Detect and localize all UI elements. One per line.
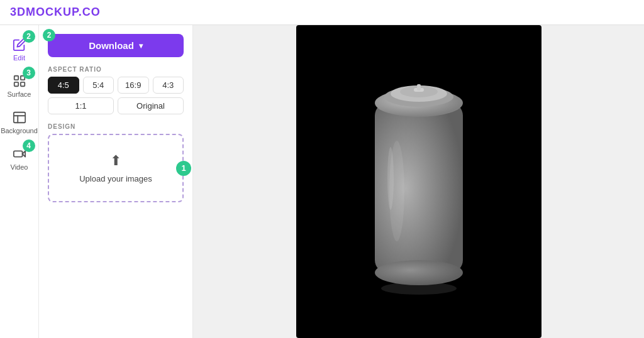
svg-point-19 — [387, 147, 394, 210]
sidebar-surface-label: Surface — [8, 90, 31, 98]
icon-sidebar: Edit 2 Surface 3 Background — [0, 25, 39, 338]
download-button[interactable]: Download ▾ — [48, 34, 184, 57]
design-label: DESIGN — [48, 123, 184, 130]
svg-rect-2 — [14, 82, 18, 86]
ratio-btn-1-1[interactable]: 1:1 — [48, 97, 114, 114]
sidebar-video-label: Video — [11, 163, 28, 171]
main-content: Edit 2 Surface 3 Background — [0, 25, 644, 338]
sidebar-item-surface[interactable]: Surface 3 — [0, 68, 39, 104]
sidebar-item-video[interactable]: Video 4 — [0, 141, 39, 177]
header: 3DMOCKUP.CO — [0, 0, 644, 25]
svg-rect-16 — [417, 84, 421, 90]
aspect-ratio-label: ASPECT RATIO — [48, 66, 184, 73]
badge-1: 1 — [176, 161, 191, 176]
upload-label: Upload your images — [79, 174, 152, 183]
sidebar-edit-label: Edit — [13, 54, 25, 62]
can-svg — [356, 65, 482, 298]
chevron-down-icon: ▾ — [139, 41, 143, 50]
upload-box[interactable]: ⬆ Upload your images — [48, 134, 184, 202]
ratio-btn-original[interactable]: Original — [118, 97, 184, 114]
upload-icon: ⬆ — [110, 153, 121, 169]
background-icon — [13, 111, 26, 124]
sidebar-background-label: Background — [1, 127, 38, 134]
svg-rect-3 — [20, 82, 24, 86]
svg-rect-7 — [13, 151, 22, 156]
svg-rect-4 — [13, 112, 25, 123]
download-label: Download — [89, 40, 134, 51]
right-panel: Download ▾ 2 ASPECT RATIO 4:5 5:4 16:9 4… — [39, 25, 193, 338]
aspect-ratio-row2: 1:1 Original — [48, 97, 184, 114]
svg-rect-0 — [14, 76, 18, 80]
badge-2: 2 — [23, 30, 35, 43]
badge-2-download: 2 — [43, 29, 55, 41]
design-section: DESIGN ⬆ Upload your images 1 — [48, 123, 184, 329]
can-preview — [296, 25, 541, 338]
sidebar-item-background[interactable]: Background — [0, 104, 39, 141]
sidebar-item-edit[interactable]: Edit 2 — [0, 31, 39, 68]
ratio-btn-4-3[interactable]: 4:3 — [153, 77, 184, 94]
ratio-btn-16-9[interactable]: 16:9 — [118, 77, 149, 94]
aspect-ratio-section: ASPECT RATIO 4:5 5:4 16:9 4:3 1:1 Origin… — [48, 66, 184, 114]
badge-4: 4 — [23, 139, 35, 152]
badge-3: 3 — [23, 67, 35, 79]
ratio-btn-4-5[interactable]: 4:5 — [48, 77, 79, 94]
aspect-ratio-grid: 4:5 5:4 16:9 4:3 — [48, 77, 184, 94]
svg-point-17 — [375, 260, 463, 285]
logo: 3DMOCKUP.CO — [10, 6, 101, 19]
canvas-area — [193, 25, 644, 338]
ratio-btn-5-4[interactable]: 5:4 — [83, 77, 114, 94]
